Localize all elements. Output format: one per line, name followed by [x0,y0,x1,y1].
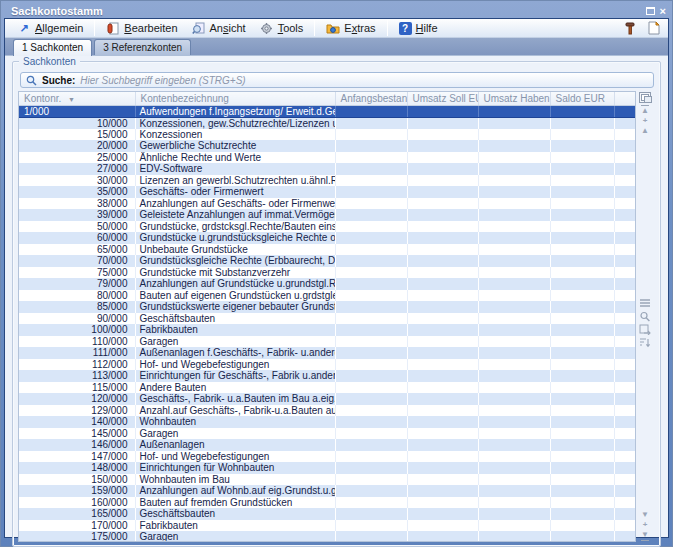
table-row[interactable]: 15/000Konzessionen [19,129,635,141]
table-row[interactable]: 65/000Unbebaute Grundstücke [19,244,635,256]
cell-umsatz-soll[interactable] [407,416,478,428]
cell-umsatz-soll[interactable] [407,278,478,290]
cell-kontonr[interactable]: 10/000 [19,117,135,129]
search-bar[interactable]: Suche: Hier Suchbegriff eingeben (STRG+S… [20,72,654,88]
cell-umsatz-soll[interactable] [407,117,478,129]
cell-anfangsbestand[interactable] [335,520,407,532]
cell-umsatz-soll[interactable] [407,531,478,542]
cell-kontonr[interactable]: 35/000 [19,186,135,198]
table-row[interactable]: 159/000Anzahlungen auf Wohnb.auf eig.Gru… [19,485,635,497]
cell-saldo[interactable] [550,520,614,532]
cell-kontenbezeichnung[interactable]: Geleistete Anzahlungen auf immat.Vermöge… [135,209,335,221]
row-up-button[interactable]: ▲ [641,127,649,135]
cell-kontenbezeichnung[interactable]: Anzahlungen auf Grundstücke u.grundstgl.… [135,278,335,290]
cell-kontenbezeichnung[interactable]: Geschäfts- oder Firmenwert [135,186,335,198]
cell-anfangsbestand[interactable] [335,232,407,244]
cell-kontenbezeichnung[interactable]: Anzahlungen auf Geschäfts- oder Firmenwe… [135,198,335,210]
cell-kontonr[interactable]: 111/000 [19,347,135,359]
cell-kontenbezeichnung[interactable]: EDV-Software [135,163,335,175]
cell-kontonr[interactable]: 1/000 [19,105,135,117]
cell-umsatz-haben[interactable] [478,474,550,486]
cell-kontenbezeichnung[interactable]: Konzessionen, gew.Schutzrechte/Lizenzen … [135,117,335,129]
column-chooser-icon[interactable] [639,92,651,103]
cell-anfangsbestand[interactable] [335,209,407,221]
cell-kontonr[interactable]: 160/000 [19,497,135,509]
cell-umsatz-soll[interactable] [407,255,478,267]
menu-tools[interactable]: Tools [254,19,310,37]
cell-anfangsbestand[interactable] [335,198,407,210]
table-row[interactable]: 38/000Anzahlungen auf Geschäfts- oder Fi… [19,198,635,210]
tab-referenzkonten[interactable]: 3 Referenzkonten [94,39,191,55]
cell-anfangsbestand[interactable] [335,140,407,152]
cell-saldo[interactable] [550,416,614,428]
table-row[interactable]: 27/000EDV-Software [19,163,635,175]
cell-saldo[interactable] [550,336,614,348]
cell-umsatz-soll[interactable] [407,428,478,440]
cell-umsatz-soll[interactable] [407,186,478,198]
cell-umsatz-soll[interactable] [407,520,478,532]
cell-saldo[interactable] [550,462,614,474]
cell-anfangsbestand[interactable] [335,244,407,256]
cell-umsatz-soll[interactable] [407,175,478,187]
table-row[interactable]: 39/000Geleistete Anzahlungen auf immat.V… [19,209,635,221]
cell-anfangsbestand[interactable] [335,497,407,509]
cell-anfangsbestand[interactable] [335,508,407,520]
cell-kontenbezeichnung[interactable]: Andere Bauten [135,382,335,394]
cell-anfangsbestand[interactable] [335,370,407,382]
cell-umsatz-haben[interactable] [478,163,550,175]
cell-saldo[interactable] [550,474,614,486]
cell-anfangsbestand[interactable] [335,324,407,336]
zoom-icon[interactable] [639,311,651,322]
cell-kontenbezeichnung[interactable]: Grundstücke u.grundstücksgleiche Rechte … [135,232,335,244]
cell-kontonr[interactable]: 20/000 [19,140,135,152]
row-down-button[interactable]: ▼ [641,511,649,519]
cell-saldo[interactable] [550,428,614,440]
cell-saldo[interactable] [550,232,614,244]
cell-saldo[interactable] [550,175,614,187]
column-header-kontenbezeichnung[interactable]: Kontenbezeichnung [135,92,335,105]
table-row[interactable]: 35/000Geschäfts- oder Firmenwert [19,186,635,198]
sort-descending-icon[interactable]: ▼ [68,96,75,103]
table-row[interactable]: 1/000Aufwendungen f.Ingangsetzung/ Erwei… [19,105,635,117]
cell-anfangsbestand[interactable] [335,267,407,279]
cell-anfangsbestand[interactable] [335,416,407,428]
cell-umsatz-haben[interactable] [478,301,550,313]
cell-saldo[interactable] [550,382,614,394]
tab-sachkonten[interactable]: 1 Sachkonten [13,39,92,56]
cell-anfangsbestand[interactable] [335,382,407,394]
cell-kontenbezeichnung[interactable]: Garagen [135,336,335,348]
cell-umsatz-haben[interactable] [478,244,550,256]
column-header-anfangsbestand[interactable]: Anfangsbestand EUR [335,92,407,105]
table-row[interactable]: 30/000Lizenzen an gewerbl.Schutzrechten … [19,175,635,187]
cell-saldo[interactable] [550,221,614,233]
cell-anfangsbestand[interactable] [335,359,407,371]
table-row[interactable]: 111/000Außenanlagen f.Geschäfts-, Fabrik… [19,347,635,359]
cell-umsatz-soll[interactable] [407,209,478,221]
cell-anfangsbestand[interactable] [335,186,407,198]
cell-umsatz-haben[interactable] [478,370,550,382]
cell-kontonr[interactable]: 25/000 [19,152,135,164]
cell-saldo[interactable] [550,198,614,210]
cell-anfangsbestand[interactable] [335,290,407,302]
cell-umsatz-haben[interactable] [478,221,550,233]
cell-kontonr[interactable]: 159/000 [19,485,135,497]
cell-anfangsbestand[interactable] [335,221,407,233]
cell-umsatz-haben[interactable] [478,267,550,279]
cell-kontenbezeichnung[interactable]: Wohnbauten im Bau [135,474,335,486]
cell-umsatz-haben[interactable] [478,313,550,325]
cell-kontonr[interactable]: 50/000 [19,221,135,233]
cell-kontenbezeichnung[interactable]: Grundstückswerte eigener bebauter Grunds… [135,301,335,313]
cell-anfangsbestand[interactable] [335,278,407,290]
cell-kontenbezeichnung[interactable]: Grundstücke mit Substanzverzehr [135,267,335,279]
cell-saldo[interactable] [550,140,614,152]
table-row[interactable]: 150/000Wohnbauten im Bau [19,474,635,486]
cell-umsatz-soll[interactable] [407,474,478,486]
cell-anfangsbestand[interactable] [335,405,407,417]
cell-saldo[interactable] [550,290,614,302]
cell-saldo[interactable] [550,393,614,405]
cell-umsatz-haben[interactable] [478,382,550,394]
cell-saldo[interactable] [550,313,614,325]
cell-umsatz-haben[interactable] [478,508,550,520]
cell-saldo[interactable] [550,347,614,359]
cell-umsatz-haben[interactable] [478,209,550,221]
